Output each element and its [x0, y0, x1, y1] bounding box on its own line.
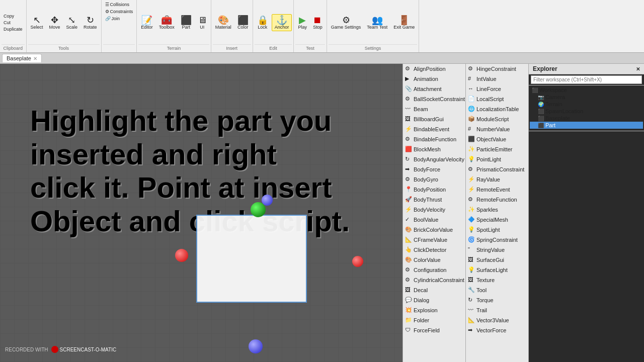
insert-item[interactable]: 📄LocalScript — [466, 94, 528, 104]
insert-item[interactable]: 💡SpotLight — [466, 225, 528, 235]
insert-item[interactable]: 🌐LocalizationTable — [466, 104, 528, 114]
insert-item[interactable]: 🖼BillboardGui — [403, 114, 465, 124]
insert-item[interactable]: 🟥BlockMesh — [403, 144, 465, 154]
insert-item[interactable]: 📍BodyPosition — [403, 185, 465, 195]
insert-item[interactable]: ▶Animation — [403, 74, 465, 84]
insert-item[interactable]: ✨ParticleEmitter — [466, 144, 528, 154]
move-button[interactable]: ✥ Move — [47, 15, 63, 31]
tree-item[interactable]: ⬛Baseplate — [530, 115, 643, 122]
insert-item[interactable]: 〰Beam — [403, 104, 465, 114]
tab-close-icon[interactable]: ✕ — [33, 56, 37, 61]
insert-item[interactable]: 🖼Decal — [403, 285, 465, 295]
copy-button[interactable]: Copy — [2, 13, 25, 19]
insert-item[interactable]: 📎Attachment — [403, 84, 465, 94]
insert-item[interactable]: 💬Dialog — [403, 295, 465, 305]
tree-item[interactable]: ⬛SpawnLocation — [530, 108, 643, 115]
insert-item[interactable]: ⚙HingeConstraint — [466, 64, 528, 74]
insert-item[interactable]: #NumberValue — [466, 124, 528, 134]
rotate-button[interactable]: ↻ Rotate — [81, 15, 100, 31]
viewport[interactable]: Highlight the part you inserted and righ… — [0, 64, 403, 362]
insert-item[interactable]: ⚙AlignPosition — [403, 64, 465, 74]
tree-item[interactable]: 📷Camera — [530, 94, 643, 101]
insert-item[interactable]: 〰Trail — [466, 305, 528, 315]
insert-item[interactable]: 💡SurfaceLight — [466, 265, 528, 275]
insert-item[interactable]: #IntValue — [466, 74, 528, 84]
duplicate-button[interactable]: Duplicate — [2, 26, 25, 32]
ui-button[interactable]: 🖥 UI — [195, 15, 209, 31]
insert-icon: 🚀 — [405, 196, 412, 203]
insert-item[interactable]: ↻BodyAngularVelocity — [403, 154, 465, 164]
insert-item[interactable]: ⚡RayValue — [466, 174, 528, 185]
editor-button[interactable]: 📝 Editor — [138, 15, 155, 31]
insert-item[interactable]: 📦ModuleScript — [466, 114, 528, 124]
game-settings-button[interactable]: ⚙ Game Settings — [329, 15, 364, 31]
insert-item[interactable]: 📁Folder — [403, 315, 465, 325]
insert-item[interactable]: 🎨BrickColorValue — [403, 225, 465, 235]
insert-item[interactable]: ➡BodyForce — [403, 164, 465, 174]
insert-item[interactable]: ↻Torque — [466, 295, 528, 305]
clipboard-label: Clipboard — [2, 44, 25, 51]
insert-item[interactable]: 👆ClickDetector — [403, 245, 465, 255]
select-button[interactable]: ↖ Select — [28, 15, 46, 31]
cut-button[interactable]: Cut — [2, 20, 25, 26]
insert-item[interactable]: 🔧Tool — [466, 285, 528, 295]
tools-label: Tools — [28, 44, 100, 51]
play-button[interactable]: ▶ Play — [295, 15, 309, 31]
insert-item[interactable]: 🖼SurfaceGui — [466, 255, 528, 265]
insert-item-label: LocalizationTable — [476, 106, 519, 112]
insert-icon: 📍 — [405, 186, 412, 193]
insert-item[interactable]: ⚙Configuration — [403, 265, 465, 275]
insert-item[interactable]: 📐CFrameValue — [403, 235, 465, 245]
insert-item[interactable]: 🖼Texture — [466, 275, 528, 285]
insert-item-label: RemoteEvent — [476, 187, 510, 193]
insert-item[interactable]: ✓BoolValue — [403, 215, 465, 225]
stop-button[interactable]: ⏹ Stop — [310, 15, 325, 31]
tree-item[interactable]: ⬛Workspace — [530, 86, 643, 94]
lock-button[interactable]: 🔒 Lock — [255, 15, 271, 31]
toolbox-button[interactable]: 🧰 Toolbox — [156, 15, 177, 31]
insert-item[interactable]: ⚡RemoteEvent — [466, 185, 528, 195]
tree-icon: 🌍 — [538, 102, 544, 107]
anchor-button[interactable]: ⚓ Anchor — [272, 14, 292, 31]
join-button[interactable]: 🔗 Join — [103, 16, 122, 22]
material-button[interactable]: 🎨 Material — [213, 15, 234, 31]
constraints-button[interactable]: ⚙ Constraints — [103, 9, 135, 15]
insert-item[interactable]: 🌀SpringConstraint — [466, 235, 528, 245]
insert-item[interactable]: ⬛ObjectValue — [466, 134, 528, 144]
insert-item[interactable]: "StringValue — [466, 245, 528, 255]
insert-item[interactable]: 🎨ColorValue — [403, 255, 465, 265]
insert-item[interactable]: 🚀BodyThrust — [403, 195, 465, 205]
insert-item[interactable]: ➡VectorForce — [466, 325, 528, 335]
color-button[interactable]: ⬛ Color — [235, 15, 251, 31]
insert-item[interactable]: ⚙RemoteFunction — [466, 195, 528, 205]
tree-item[interactable]: ⬛Part — [530, 122, 643, 129]
insert-item[interactable]: 💡PointLight — [466, 154, 528, 164]
insert-item[interactable]: ⚙BallSocketConstraint — [403, 94, 465, 104]
insert-item[interactable]: ⚡BindableEvent — [403, 124, 465, 134]
insert-icon: 🖼 — [468, 277, 475, 284]
insert-item[interactable]: 🔷SpecialMesh — [466, 215, 528, 225]
insert-item-label: ClickDetector — [414, 247, 446, 253]
insert-item[interactable]: 💥Explosion — [403, 305, 465, 315]
insert-item[interactable]: ✨Sparkles — [466, 205, 528, 215]
insert-item[interactable]: 📐Vector3Value — [466, 315, 528, 325]
insert-item[interactable]: ⚡BodyVelocity — [403, 205, 465, 215]
scale-button[interactable]: ⤡ Scale — [64, 15, 80, 31]
insert-item[interactable]: ⚙BodyGyro — [403, 174, 465, 185]
insert-icon: 🖼 — [405, 287, 412, 294]
team-test-button[interactable]: 👥 Team Test — [364, 15, 390, 31]
part-button[interactable]: ⬛ Part — [178, 15, 194, 31]
insert-item[interactable]: ⚙CylindricalConstraint — [403, 275, 465, 285]
baseplate-tab[interactable]: Baseplate ✕ — [2, 54, 42, 62]
insert-panel[interactable]: ⚙AlignPosition▶Animation📎Attachment⚙Ball… — [403, 64, 465, 362]
tree-item[interactable]: 🌍Terrain — [530, 101, 643, 108]
collisions-button[interactable]: ☰ Collisions — [103, 2, 132, 8]
explorer-search-input[interactable] — [531, 75, 642, 84]
insert-item[interactable]: 🛡ForceField — [403, 325, 465, 335]
insert-item[interactable]: ↔LineForce — [466, 84, 528, 94]
explorer-close-icon[interactable]: ✕ — [636, 66, 640, 72]
properties-panel — [529, 131, 644, 131]
insert-item[interactable]: ⚙PrismaticConstraint — [466, 164, 528, 174]
insert-item[interactable]: ⚙BindableFunction — [403, 134, 465, 144]
exit-game-button[interactable]: 🚪 Exit Game — [391, 15, 417, 31]
